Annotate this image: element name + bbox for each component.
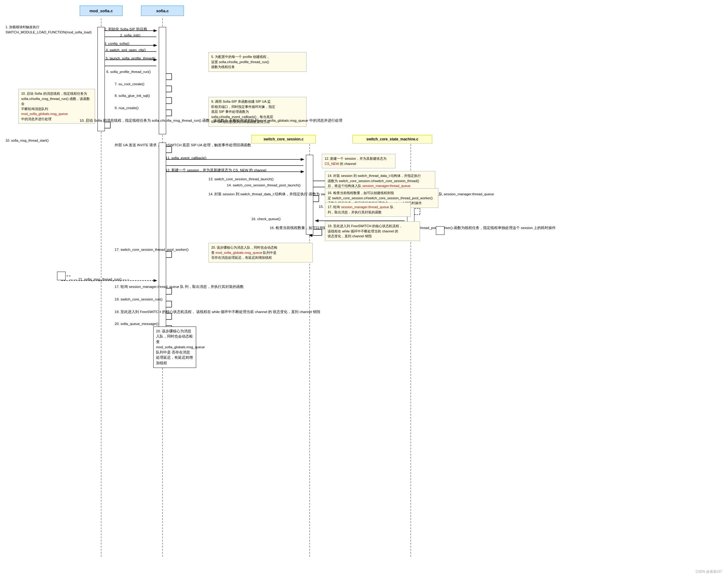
step19-note: 19. 至此进入到 FreeSWITCH 的核心状态机流程， 该线程在 whil… [325, 221, 420, 241]
step12-label: 11. sofia_event_callback() [165, 156, 207, 160]
step14-note: 14. 封装 session 到 switch_thread_data_t 结构… [325, 171, 435, 191]
step19-box [436, 226, 444, 235]
sofia-c-header: sofia.c [141, 5, 184, 16]
switch-core-session-header: switch_core_session.c [251, 135, 316, 144]
step24-label: 19. 至此进入到 FreeSWITCH 的核心状态机流程， 该线程在 whil… [115, 310, 320, 314]
step8-label: 8. sofia_glue_init_sql() [115, 94, 150, 98]
step23-label: 19. switch_core_session_run() [115, 297, 162, 301]
step17-note: 17. 轮询 session_manager.thread_queue 队 列，… [325, 202, 411, 217]
step7-label: 7. su_root_create() [115, 82, 145, 86]
arrows-svg [0, 0, 728, 577]
step2b-label: 2. sofia_init() [120, 33, 140, 37]
mod-sofia-c-header: mod_sofia.c [80, 5, 123, 16]
step3-label: 3. config_sofia() [104, 42, 129, 45]
mod-sofia-activation [98, 27, 105, 131]
step1-label: 1. 加载模块时触发执行 SWITCH_MODULE_LOAD_FUNCTION… [5, 25, 92, 35]
sofia-activation2 [159, 143, 166, 339]
step21-label: — — 21. sofia_msg_thread_run() —→ [69, 277, 130, 281]
step21-box [57, 272, 66, 280]
step2-label: 2. 初始化 Sofia-SIP 协议栈 [104, 27, 147, 31]
step4-label: 4. switch_xml_open_cfg() [106, 48, 146, 52]
step10-label: 10. 启动 Sofia 的消息线程，指定线程任务为 sofia.c#sofia… [80, 118, 342, 123]
step20-label: 17. switch_core_session_thread_pool_work… [115, 248, 188, 251]
step20-note: 20. 该步骤核心为消息入队，同时也会动态检 查 mod_sofia_globa… [208, 243, 313, 262]
invite-note: 10. sofia_msg_thread_start() [5, 138, 159, 143]
step25-note: 20. 该步骤核心为消息入队，同时也会动态检 查 mod_sofia_globa… [153, 327, 196, 368]
step5-label: 5. launch_sofia_profile_thread() [106, 56, 155, 60]
step14-label: 13. switch_core_session_thread_launch() [208, 177, 274, 181]
diagram-container: mod_sofia.c sofia.c switch_core_session.… [0, 0, 728, 577]
step11-label: 外部 UA 发送 INVITE 请求，FreeSWITCH 底层 SIP UA … [115, 143, 251, 148]
step9-label: 9. nua_create() [115, 106, 138, 110]
watermark: CSDN @谈谈197 [696, 569, 722, 574]
switch-core-state-machine-header: switch_core_state_machine.c [353, 135, 432, 144]
step6-label: 6. sofia_profile_thread_run() [106, 70, 151, 74]
step12-note: 12. 新建一个 session，并为其新建状态为 CS_NEW 的 chann… [322, 154, 395, 168]
step13-label: 12. 新建一个 session，并为其新建状态为 CS_NEW 的 chann… [165, 168, 266, 173]
step5-note: 5. 为配置中的每一个 profile 创建线程， 设置 sofia.c#sof… [208, 52, 307, 72]
step22-label: 17. 轮询 session_manager.thread_queue 队 列，… [115, 284, 244, 289]
step18-label: 16. check_queue() [251, 217, 281, 221]
step25-label: 20. sofia_queue_message() [115, 322, 158, 326]
step15-label: 14. switch_core_session_thread_pool_laun… [227, 183, 301, 187]
